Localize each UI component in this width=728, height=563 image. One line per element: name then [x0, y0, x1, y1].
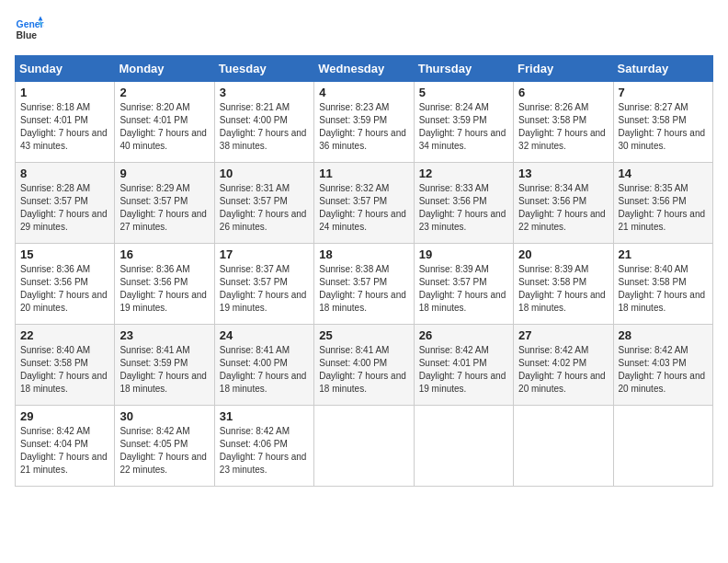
- day-number: 2: [119, 86, 209, 99]
- calendar-cell: 25 Sunrise: 8:41 AMSunset: 4:00 PMDaylig…: [314, 325, 414, 406]
- day-info: Sunrise: 8:37 AMSunset: 3:57 PMDaylight:…: [220, 264, 307, 313]
- calendar-cell: [613, 406, 712, 487]
- day-number: 4: [319, 86, 408, 99]
- day-number: 13: [518, 167, 608, 180]
- day-number: 16: [119, 247, 209, 261]
- calendar-cell: 31 Sunrise: 8:42 AMSunset: 4:06 PMDaylig…: [214, 406, 313, 487]
- calendar-week-4: 22 Sunrise: 8:40 AMSunset: 3:58 PMDaylig…: [16, 325, 713, 406]
- calendar-cell: 14 Sunrise: 8:35 AMSunset: 3:56 PMDaylig…: [613, 163, 712, 244]
- day-number: 11: [319, 167, 408, 180]
- calendar-cell: 15 Sunrise: 8:36 AMSunset: 3:56 PMDaylig…: [16, 244, 115, 325]
- day-info: Sunrise: 8:20 AMSunset: 4:01 PMDaylight:…: [119, 102, 207, 151]
- calendar-cell: 10 Sunrise: 8:31 AMSunset: 3:57 PMDaylig…: [214, 163, 313, 244]
- calendar-cell: [414, 406, 513, 487]
- day-info: Sunrise: 8:36 AMSunset: 3:56 PMDaylight:…: [119, 264, 207, 313]
- day-info: Sunrise: 8:36 AMSunset: 3:56 PMDaylight:…: [20, 264, 108, 313]
- day-number: 14: [619, 167, 708, 180]
- calendar-cell: 24 Sunrise: 8:41 AMSunset: 4:00 PMDaylig…: [214, 325, 313, 406]
- day-info: Sunrise: 8:42 AMSunset: 4:03 PMDaylight:…: [619, 345, 706, 394]
- day-number: 8: [20, 167, 109, 180]
- calendar-cell: 16 Sunrise: 8:36 AMSunset: 3:56 PMDaylig…: [115, 244, 214, 325]
- day-info: Sunrise: 8:40 AMSunset: 3:58 PMDaylight:…: [20, 345, 108, 394]
- day-info: Sunrise: 8:41 AMSunset: 4:00 PMDaylight:…: [319, 345, 406, 394]
- calendar-cell: 20 Sunrise: 8:39 AMSunset: 3:58 PMDaylig…: [514, 244, 613, 325]
- calendar-cell: 27 Sunrise: 8:42 AMSunset: 4:02 PMDaylig…: [514, 325, 613, 406]
- weekday-header-sunday: Sunday: [16, 56, 115, 82]
- calendar-cell: 6 Sunrise: 8:26 AMSunset: 3:58 PMDayligh…: [514, 82, 613, 163]
- weekday-header-saturday: Saturday: [613, 56, 712, 82]
- day-info: Sunrise: 8:42 AMSunset: 4:01 PMDaylight:…: [419, 345, 506, 394]
- page-header: General Blue: [15, 15, 713, 44]
- day-info: Sunrise: 8:35 AMSunset: 3:56 PMDaylight:…: [619, 183, 706, 232]
- logo-icon: General Blue: [15, 15, 44, 44]
- day-number: 24: [220, 328, 309, 342]
- day-info: Sunrise: 8:24 AMSunset: 3:59 PMDaylight:…: [419, 102, 506, 151]
- calendar-cell: 12 Sunrise: 8:33 AMSunset: 3:56 PMDaylig…: [414, 163, 513, 244]
- day-number: 5: [419, 86, 508, 99]
- day-info: Sunrise: 8:42 AMSunset: 4:05 PMDaylight:…: [119, 426, 207, 475]
- weekday-header-monday: Monday: [115, 56, 214, 82]
- day-number: 12: [419, 167, 508, 180]
- calendar-cell: 9 Sunrise: 8:29 AMSunset: 3:57 PMDayligh…: [115, 163, 214, 244]
- calendar-cell: 11 Sunrise: 8:32 AMSunset: 3:57 PMDaylig…: [314, 163, 414, 244]
- calendar-cell: 2 Sunrise: 8:20 AMSunset: 4:01 PMDayligh…: [115, 82, 214, 163]
- day-number: 23: [119, 328, 209, 342]
- calendar-table: SundayMondayTuesdayWednesdayThursdayFrid…: [15, 55, 713, 487]
- svg-marker-2: [39, 17, 43, 21]
- day-info: Sunrise: 8:41 AMSunset: 3:59 PMDaylight:…: [119, 345, 207, 394]
- calendar-cell: 26 Sunrise: 8:42 AMSunset: 4:01 PMDaylig…: [414, 325, 513, 406]
- day-number: 15: [20, 247, 109, 261]
- day-number: 19: [419, 247, 508, 261]
- svg-text:Blue: Blue: [17, 30, 38, 40]
- calendar-week-3: 15 Sunrise: 8:36 AMSunset: 3:56 PMDaylig…: [16, 244, 713, 325]
- calendar-cell: 13 Sunrise: 8:34 AMSunset: 3:56 PMDaylig…: [514, 163, 613, 244]
- calendar-week-1: 1 Sunrise: 8:18 AMSunset: 4:01 PMDayligh…: [16, 82, 713, 163]
- day-info: Sunrise: 8:28 AMSunset: 3:57 PMDaylight:…: [20, 183, 108, 232]
- day-info: Sunrise: 8:42 AMSunset: 4:06 PMDaylight:…: [220, 426, 307, 475]
- calendar-cell: 4 Sunrise: 8:23 AMSunset: 3:59 PMDayligh…: [314, 82, 414, 163]
- weekday-header-friday: Friday: [514, 56, 613, 82]
- calendar-cell: 17 Sunrise: 8:37 AMSunset: 3:57 PMDaylig…: [214, 244, 313, 325]
- day-number: 10: [220, 167, 309, 180]
- day-number: 28: [619, 328, 708, 342]
- day-number: 3: [220, 86, 309, 99]
- day-number: 1: [20, 86, 109, 99]
- day-number: 20: [518, 247, 608, 261]
- day-info: Sunrise: 8:31 AMSunset: 3:57 PMDaylight:…: [220, 183, 307, 232]
- day-info: Sunrise: 8:42 AMSunset: 4:04 PMDaylight:…: [20, 426, 108, 475]
- day-number: 25: [319, 328, 408, 342]
- day-number: 18: [319, 247, 408, 261]
- weekday-header-thursday: Thursday: [414, 56, 513, 82]
- day-number: 31: [220, 409, 309, 423]
- day-info: Sunrise: 8:18 AMSunset: 4:01 PMDaylight:…: [20, 102, 108, 151]
- calendar-week-5: 29 Sunrise: 8:42 AMSunset: 4:04 PMDaylig…: [16, 406, 713, 487]
- day-info: Sunrise: 8:26 AMSunset: 3:58 PMDaylight:…: [518, 102, 606, 151]
- calendar-cell: 18 Sunrise: 8:38 AMSunset: 3:57 PMDaylig…: [314, 244, 414, 325]
- day-number: 9: [119, 167, 209, 180]
- weekday-header-wednesday: Wednesday: [314, 56, 414, 82]
- day-info: Sunrise: 8:41 AMSunset: 4:00 PMDaylight:…: [220, 345, 307, 394]
- day-number: 29: [20, 409, 109, 423]
- day-info: Sunrise: 8:23 AMSunset: 3:59 PMDaylight:…: [319, 102, 406, 151]
- calendar-cell: [314, 406, 414, 487]
- calendar-cell: 21 Sunrise: 8:40 AMSunset: 3:58 PMDaylig…: [613, 244, 712, 325]
- calendar-cell: 19 Sunrise: 8:39 AMSunset: 3:57 PMDaylig…: [414, 244, 513, 325]
- calendar-cell: 1 Sunrise: 8:18 AMSunset: 4:01 PMDayligh…: [16, 82, 115, 163]
- day-number: 17: [220, 247, 309, 261]
- day-info: Sunrise: 8:42 AMSunset: 4:02 PMDaylight:…: [518, 345, 606, 394]
- day-number: 26: [419, 328, 508, 342]
- calendar-cell: 5 Sunrise: 8:24 AMSunset: 3:59 PMDayligh…: [414, 82, 513, 163]
- day-number: 22: [20, 328, 109, 342]
- day-info: Sunrise: 8:32 AMSunset: 3:57 PMDaylight:…: [319, 183, 406, 232]
- day-info: Sunrise: 8:40 AMSunset: 3:58 PMDaylight:…: [619, 264, 706, 313]
- day-info: Sunrise: 8:29 AMSunset: 3:57 PMDaylight:…: [119, 183, 207, 232]
- day-info: Sunrise: 8:39 AMSunset: 3:57 PMDaylight:…: [419, 264, 506, 313]
- day-number: 30: [119, 409, 209, 423]
- day-info: Sunrise: 8:33 AMSunset: 3:56 PMDaylight:…: [419, 183, 506, 232]
- day-number: 21: [619, 247, 708, 261]
- day-info: Sunrise: 8:21 AMSunset: 4:00 PMDaylight:…: [220, 102, 307, 151]
- day-number: 27: [518, 328, 608, 342]
- day-number: 6: [518, 86, 608, 99]
- weekday-header-tuesday: Tuesday: [214, 56, 313, 82]
- calendar-cell: 29 Sunrise: 8:42 AMSunset: 4:04 PMDaylig…: [16, 406, 115, 487]
